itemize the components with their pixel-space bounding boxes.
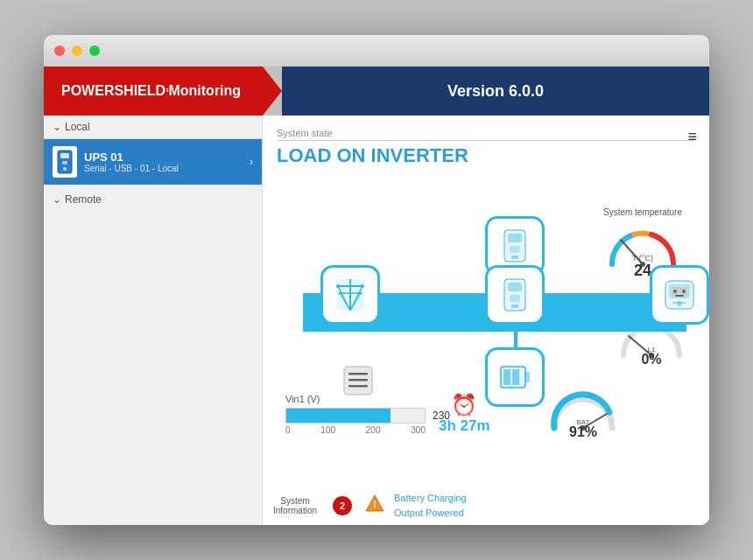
state-divider <box>277 140 695 141</box>
notification-badge[interactable]: 2 <box>333 496 352 515</box>
load-status: LOAD ON INVERTER <box>277 144 695 167</box>
svg-rect-35 <box>512 369 519 385</box>
svg-rect-21 <box>508 283 522 291</box>
svg-point-30 <box>682 290 686 293</box>
system-info-container: SystemInformation <box>273 496 317 515</box>
svg-rect-47 <box>348 385 368 388</box>
info-line-2: Output Powered <box>394 506 467 521</box>
ups-list-item[interactable]: UPS 01 Serial - USB - 01 - Local › <box>44 139 262 185</box>
svg-rect-18 <box>510 246 520 253</box>
maximize-button[interactable] <box>89 46 100 56</box>
svg-rect-27 <box>672 302 686 304</box>
ups-item-serial: Serial - USB - 01 - Local <box>84 164 243 173</box>
svg-rect-34 <box>503 369 510 385</box>
app-header: POWERSHIELD³ Monitoring Version 6.0.0 <box>44 66 709 116</box>
warning-icon: ! <box>364 494 385 518</box>
svg-rect-19 <box>511 256 518 259</box>
pylon-icon <box>320 265 380 325</box>
svg-text:!: ! <box>373 500 376 509</box>
titlebar <box>44 35 709 66</box>
svg-point-3 <box>63 167 67 171</box>
svg-point-15 <box>360 292 362 295</box>
battery-percent-value: 91% <box>569 424 597 440</box>
svg-rect-46 <box>348 379 368 382</box>
ups-item-name: UPS 01 <box>84 150 243 164</box>
info-list-icon[interactable] <box>342 365 374 400</box>
runtime-value: 3h 27m <box>439 417 490 435</box>
app-window: POWERSHIELD³ Monitoring Version 6.0.0 ⌄ … <box>44 35 709 525</box>
vin-bar-fill <box>286 409 391 423</box>
version-label: Version 6.0.0 <box>282 66 709 116</box>
info-bar: SystemInformation 2 ! Battery Charging O… <box>263 486 709 525</box>
app-title: POWERSHIELD³ Monitoring <box>44 66 263 116</box>
svg-rect-23 <box>511 304 518 308</box>
svg-rect-2 <box>62 161 67 164</box>
svg-rect-33 <box>525 372 530 382</box>
local-section: ⌄ Local <box>44 116 262 139</box>
load-percent-value: 0% <box>641 352 661 368</box>
ups-small-icon <box>53 146 77 178</box>
svg-rect-31 <box>675 295 684 297</box>
temperature-value: 24 <box>634 262 651 280</box>
runtime-area: ⏰ 3h 27m <box>439 393 490 435</box>
runtime-icon: ⏰ <box>451 393 477 417</box>
ups-center-icon <box>485 265 545 325</box>
menu-icon[interactable]: ≡ <box>687 128 697 146</box>
svg-point-13 <box>361 284 364 288</box>
vin-scale: 0 100 200 300 <box>285 425 426 435</box>
svg-point-14 <box>339 292 341 295</box>
vin-bar-bg <box>285 408 426 424</box>
header-chevron <box>263 66 282 116</box>
svg-point-12 <box>336 284 340 288</box>
info-line-1: Battery Charging <box>394 491 467 506</box>
system-info-label: SystemInformation <box>273 496 317 515</box>
temp-gauge-title: System temperature <box>603 207 682 217</box>
svg-rect-45 <box>348 373 368 375</box>
info-text-lines: Battery Charging Output Powered <box>394 491 467 520</box>
main-layout: ⌄ Local UPS 01 Serial - USB - 01 - Local <box>44 116 709 525</box>
svg-point-29 <box>673 290 677 293</box>
vin-bar-container: 230 <box>285 408 461 424</box>
list-icon-svg <box>342 365 374 396</box>
svg-rect-17 <box>508 234 522 242</box>
svg-rect-22 <box>510 295 520 302</box>
remote-section: ⌄ Remote <box>44 188 262 211</box>
main-content: System state LOAD ON INVERTER ≡ <box>263 116 709 525</box>
system-state-label: System state <box>277 128 695 138</box>
close-button[interactable] <box>54 46 65 56</box>
battery-icon <box>485 347 545 407</box>
battery-gauge: BAT 91% <box>548 389 618 440</box>
ups-diagram: System temperature T (°C) <box>277 181 695 452</box>
minimize-button[interactable] <box>72 46 82 56</box>
ups-svg-icon <box>56 150 74 174</box>
svg-rect-1 <box>60 153 69 158</box>
vin-area: Vin1 (V) 230 0 100 200 300 <box>285 394 461 435</box>
load-icon <box>650 265 709 325</box>
sidebar-item-chevron: › <box>250 156 253 168</box>
ups-item-text: UPS 01 Serial - USB - 01 - Local <box>84 150 243 173</box>
sidebar: ⌄ Local UPS 01 Serial - USB - 01 - Local <box>44 116 263 525</box>
